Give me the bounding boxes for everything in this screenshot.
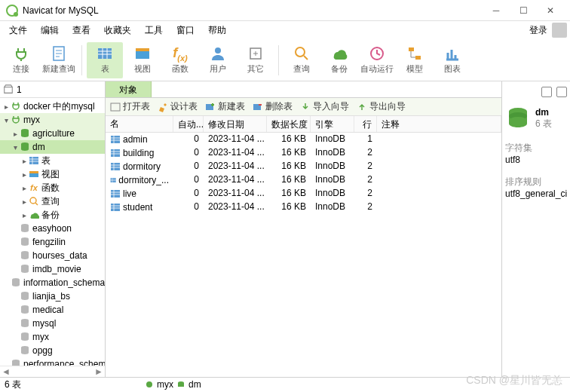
- menu-tools[interactable]: 工具: [139, 23, 169, 38]
- breadcrumb-db[interactable]: dm: [188, 379, 201, 390]
- breadcrumb-conn-icon: [145, 380, 154, 389]
- svg-rect-14: [29, 171, 38, 173]
- toolbar-other-button[interactable]: 其它: [238, 42, 274, 78]
- svg-rect-40: [111, 190, 120, 198]
- charset-value: utf8: [505, 155, 567, 165]
- tree-db-lianjia_bs[interactable]: lianjia_bs: [0, 289, 105, 303]
- menu-window[interactable]: 窗口: [170, 23, 201, 38]
- tree-db-fengzilin[interactable]: fengzilin: [0, 235, 105, 249]
- menu-edit[interactable]: 编辑: [35, 23, 65, 38]
- user-avatar-icon[interactable]: [552, 23, 567, 38]
- export-wizard-button[interactable]: 导出向导: [357, 100, 406, 113]
- table-row[interactable]: student02023-11-04 ...16 KBInnoDB2: [106, 201, 501, 214]
- table-row[interactable]: dormitory_...02023-11-04 ...16 KBInnoDB2: [106, 173, 501, 187]
- menubar: 文件 编辑 查看 收藏夹 工具 窗口 帮助 登录: [0, 21, 570, 39]
- toolbar-chart-button[interactable]: 图表: [434, 42, 470, 78]
- col-rows[interactable]: 行: [354, 116, 377, 132]
- tree-db-medical[interactable]: medical: [0, 303, 105, 317]
- breadcrumb-conn[interactable]: myx: [157, 379, 173, 390]
- open-table-button[interactable]: 打开表: [110, 100, 150, 113]
- col-auto[interactable]: 自动...: [173, 116, 204, 132]
- connection-tree[interactable]: ▸docker 中的mysql▾myx▸agriculture▾dm▸表▸视图▸…: [0, 98, 105, 366]
- tree-dm-query[interactable]: ▸查询: [0, 194, 105, 208]
- tab-objects[interactable]: 对象: [106, 81, 152, 97]
- grid-view-icon[interactable]: [556, 87, 567, 97]
- auto-icon: [369, 45, 385, 62]
- tree-db-imdb_movie[interactable]: imdb_movie: [0, 262, 105, 276]
- menu-help[interactable]: 帮助: [202, 23, 232, 38]
- window-controls: ─ ☐ ✕: [483, 2, 564, 20]
- tree-db-myx[interactable]: myx: [0, 330, 105, 344]
- svg-rect-1: [98, 48, 112, 59]
- connection-count: 1: [17, 84, 22, 95]
- tree-db-mysql[interactable]: mysql: [0, 317, 105, 330]
- table-row[interactable]: dormitory02023-11-04 ...16 KBInnoDB2: [106, 160, 501, 173]
- tree-db-performance_schema[interactable]: performance_schema: [0, 357, 105, 366]
- tree-scroll-controls: ◄ ►: [0, 366, 105, 377]
- view-icon: [134, 45, 151, 62]
- svg-point-6: [296, 47, 305, 57]
- table-row[interactable]: admin02023-11-04 ...16 KBInnoDB1: [106, 133, 501, 146]
- svg-rect-33: [111, 103, 120, 111]
- toolbar-page-button[interactable]: 新建查询: [41, 42, 77, 78]
- info-view-icon[interactable]: [541, 87, 552, 97]
- titlebar: Navicat for MySQL ─ ☐ ✕: [0, 0, 570, 21]
- toolbar-fx-button[interactable]: f(x)函数: [162, 42, 198, 78]
- close-button[interactable]: ✕: [537, 2, 564, 20]
- svg-point-45: [146, 381, 152, 387]
- toolbar-user-button[interactable]: 用户: [200, 42, 236, 78]
- tree-conn-docker[interactable]: ▸docker 中的mysql: [0, 100, 105, 113]
- database-large-icon: [505, 106, 531, 131]
- toolbar-table-button[interactable]: 表: [87, 42, 123, 78]
- table-row[interactable]: building02023-11-04 ...16 KBInnoDB2: [106, 146, 501, 160]
- tree-dm-table[interactable]: ▸表: [0, 154, 105, 167]
- tree-db-easyhoon[interactable]: easyhoon: [0, 222, 105, 235]
- user-icon: [210, 45, 226, 62]
- tree-dm-view[interactable]: ▸视图: [0, 167, 105, 181]
- tree-conn-myx[interactable]: ▾myx: [0, 113, 105, 127]
- table-row[interactable]: live02023-11-04 ...16 KBInnoDB2: [106, 187, 501, 201]
- new-table-button[interactable]: 新建表: [205, 100, 245, 113]
- import-wizard-button[interactable]: 导入向导: [300, 100, 349, 113]
- backup-icon: [331, 45, 348, 62]
- toolbar-plug-button[interactable]: 连接: [3, 42, 39, 78]
- col-comment[interactable]: 注释: [377, 116, 501, 132]
- tree-db-agriculture[interactable]: ▸agriculture: [0, 127, 105, 140]
- menu-view[interactable]: 查看: [66, 23, 97, 38]
- tree-dm-backup[interactable]: ▸备份: [0, 208, 105, 222]
- tree-db-information_schema[interactable]: information_schema: [0, 276, 105, 289]
- col-length[interactable]: 数据长度: [267, 116, 311, 132]
- maximize-button[interactable]: ☐: [510, 2, 537, 20]
- scroll-right-icon[interactable]: ►: [94, 366, 103, 377]
- svg-point-44: [509, 117, 527, 124]
- minimize-button[interactable]: ─: [483, 2, 510, 20]
- tree-db-dm[interactable]: ▾dm: [0, 140, 105, 154]
- login-link[interactable]: 登录: [529, 24, 547, 37]
- menu-favorites[interactable]: 收藏夹: [98, 23, 137, 38]
- object-tabs: 对象: [106, 81, 501, 98]
- tree-db-hourses_data[interactable]: hourses_data: [0, 249, 105, 262]
- chart-icon: [444, 45, 461, 62]
- design-table-button[interactable]: 设计表: [158, 100, 198, 113]
- menu-file[interactable]: 文件: [3, 23, 33, 38]
- plug-icon: [13, 45, 29, 62]
- col-name[interactable]: 名: [106, 116, 173, 132]
- connections-tab-icon[interactable]: [3, 84, 14, 95]
- object-toolbar: 打开表 设计表 新建表 删除表 导入向导 导出向导: [106, 98, 501, 116]
- toolbar-query-button[interactable]: 查询: [283, 42, 320, 78]
- toolbar-backup-button[interactable]: 备份: [321, 42, 357, 78]
- scroll-left-icon[interactable]: ◄: [2, 366, 11, 377]
- toolbar-model-button[interactable]: 模型: [397, 42, 433, 78]
- table-header: 名 自动... 修改日期 数据长度 引擎 行 注释: [106, 116, 501, 133]
- toolbar-view-button[interactable]: 视图: [124, 42, 161, 78]
- col-engine[interactable]: 引擎: [311, 116, 354, 132]
- tree-db-opgg[interactable]: opgg: [0, 344, 105, 357]
- tree-dm-fx[interactable]: ▸fx函数: [0, 181, 105, 194]
- delete-table-button[interactable]: 删除表: [253, 100, 293, 113]
- toolbar-auto-button[interactable]: 自动运行: [359, 42, 395, 78]
- svg-rect-37: [111, 149, 120, 157]
- table-icon: [97, 45, 113, 62]
- col-date[interactable]: 修改日期: [204, 116, 267, 132]
- details-panel: dm 6 表 字符集 utf8 排序规则 utf8_general_ci: [502, 81, 570, 377]
- svg-rect-9: [415, 56, 421, 60]
